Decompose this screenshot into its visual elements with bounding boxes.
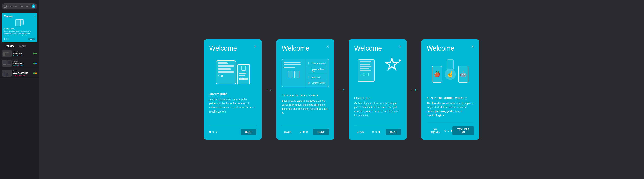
arrow-3: → [410, 85, 418, 94]
card4-section-label: NEW IN THE MOBILE WORLD? [426, 96, 474, 100]
card4-nothanks-button[interactable]: NO, THANKS [426, 127, 444, 135]
card4-dot-1 [444, 130, 446, 132]
pattern-type-3: Pattern [13, 70, 32, 72]
pattern-item-voice[interactable]: Pattern VOICE CAPTURE VOICE CAPTURE [0, 68, 39, 78]
mini-pagination-dots [4, 38, 8, 40]
phone-icon [241, 66, 246, 70]
card3-body-text: Gather all your references in a single p… [354, 102, 401, 122]
c2-phone-2 [294, 71, 299, 78]
card3-close-button[interactable]: × [399, 44, 401, 49]
card1-illustration [209, 56, 256, 89]
tablet-line-1 [218, 62, 228, 64]
tablet-toggle-row [218, 75, 234, 77]
mini-dot-1 [4, 38, 5, 40]
card2-pagination [300, 131, 308, 133]
welcome-card-1: Welcome × [204, 39, 262, 140]
mini-next-button[interactable]: NEXT [28, 38, 35, 40]
card1-header: Welcome × [209, 44, 256, 52]
pattern-label-timeline: Pattern TIMELINE About Favorites [13, 50, 32, 57]
card4-dot-3 [451, 130, 452, 132]
c2-right-panel: ℹ Objective Notes ImplementationTips ⠿ E… [305, 60, 328, 86]
card2-close-button[interactable]: × [326, 44, 329, 49]
c2-row-objective: ℹ Objective Notes [307, 61, 327, 66]
fav-doc-btn-1 [360, 73, 364, 76]
card2-section-label: ABOUT MOBILE PATTERNS [282, 94, 329, 97]
floating-phone-body [447, 60, 454, 70]
card3-back-button[interactable]: BACK [354, 129, 367, 135]
c2-row-examples: ⠿ Examples [307, 74, 327, 79]
card4-letsgo-button[interactable]: YES, LET'S GO [452, 126, 474, 135]
trending-date: Jul 2016 [19, 45, 26, 47]
welcome-card-2: Welcome × ℹ Objective Notes [276, 39, 334, 140]
tablet-line-3 [218, 68, 231, 70]
welcome-card-4: Welcome × 🍎 ☝ 🤖 [422, 39, 479, 140]
search-bar[interactable]: ⊞ [2, 3, 37, 9]
star-wrapper: ☆ + [384, 56, 400, 72]
phone-line-1 [239, 72, 246, 74]
fav-doc-line-2 [360, 64, 370, 64]
card1-next-button[interactable]: NEXT [240, 129, 256, 135]
mini-card-title: Welcome [4, 15, 13, 17]
c2-row-implementation: ImplementationTips [307, 67, 327, 73]
c2-phone-1 [288, 71, 293, 78]
card4-dot-2 [448, 130, 449, 132]
pattern-item-timeline[interactable]: Pattern TIMELINE About Favorites [0, 49, 39, 58]
search-icon [4, 5, 7, 8]
card1-body-text: Access information about mobile patterns… [209, 98, 256, 122]
trending-label: Trending [4, 44, 15, 47]
card2-next-button[interactable]: NEXT [313, 129, 329, 135]
pattern-dots-1 [33, 53, 37, 54]
card3-header: Welcome × [354, 44, 401, 52]
c2-info-icon-1: ℹ [307, 62, 310, 64]
phone-device [237, 64, 250, 84]
favorites-star-container: ☆ + [384, 56, 400, 72]
c2-examples-label: Examples [312, 76, 320, 78]
card2-illustration: ℹ Objective Notes ImplementationTips ⠿ E… [282, 56, 329, 90]
filter-icon: ⊞ [33, 6, 34, 8]
card3-footer: BACK NEXT [354, 126, 401, 135]
card3-dot-2 [375, 131, 377, 133]
dot-blue-1 [35, 62, 37, 64]
dot-orange-1 [35, 72, 37, 74]
filter-icon-btn[interactable]: ⊞ [32, 4, 35, 8]
card2-back-button[interactable]: BACK [282, 129, 294, 135]
fav-doc-line-3 [360, 66, 372, 67]
phone-line-2 [239, 75, 244, 76]
pattern-label-voice: Pattern VOICE CAPTURE VOICE CAPTURE [13, 70, 32, 76]
c2-implementation-label: ImplementationTips [312, 68, 325, 72]
pattern-item-messages[interactable]: Pattern MESSAGES About Favorites [0, 58, 39, 68]
pattern-tag-3: VOICE CAPTURE [13, 75, 32, 76]
robot-icon: 🤖 [460, 71, 466, 77]
devices-illustration [216, 60, 250, 84]
c2-objective-label: Objective Notes [312, 62, 325, 64]
star-plus-icon: + [398, 58, 401, 64]
card1-dot-1 [209, 131, 211, 133]
tablet-toggle [218, 75, 223, 77]
card1-close-button[interactable]: × [254, 44, 256, 49]
favorites-document [358, 60, 374, 82]
card4-body-text: The Plataforms section is a great place … [426, 102, 474, 120]
card3-next-button[interactable]: NEXT [386, 129, 401, 135]
card2-dot-3 [306, 131, 308, 133]
arrow-1: → [264, 85, 274, 94]
apple-phone: 🍎 [432, 66, 442, 83]
mini-dot-2 [6, 38, 7, 40]
c2-similar-label: Similar Patterns [312, 82, 325, 84]
fav-doc-btn-2 [364, 73, 369, 76]
c2-phones-row [284, 71, 304, 78]
card3-title: Welcome [354, 44, 382, 52]
card2-dot-1 [300, 131, 302, 133]
pattern-type-1: Pattern [13, 50, 32, 52]
pattern-thumb-voice [2, 70, 12, 76]
card1-footer: NEXT [209, 126, 256, 135]
pattern-dots-2 [33, 62, 37, 64]
card4-close-button[interactable]: × [472, 44, 474, 49]
card3-pagination [372, 131, 380, 133]
card2-body-text: Each mobile pattern includes a varied se… [282, 99, 329, 122]
mini-close-btn[interactable]: × [34, 15, 35, 18]
search-input[interactable] [8, 5, 30, 8]
hand-circle: ☝ [445, 69, 456, 80]
card1-section-label: ABOUT MUPA [209, 93, 256, 96]
fav-doc-line-4 [360, 68, 369, 69]
trending-header: Trending Jul 2016 [0, 44, 39, 49]
